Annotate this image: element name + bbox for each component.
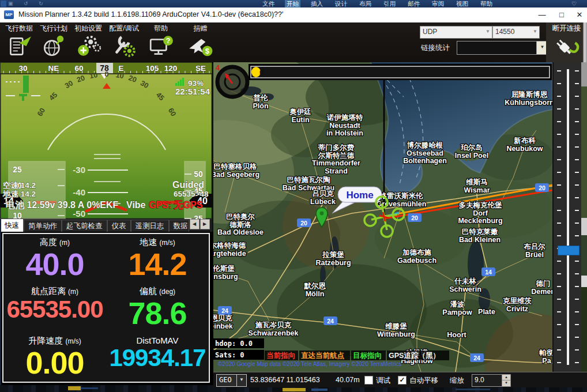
city-label: 帕彻 (539, 349, 553, 357)
city-label: 博尔滕哈根 (407, 141, 443, 149)
quick-value-groundspeed: 14.2 (106, 248, 209, 281)
connection-baud-select[interactable]: 14550 ▼ (492, 26, 540, 39)
tab-preflight[interactable]: 起飞前检查 (62, 220, 107, 232)
menu-config-tuning[interactable]: 配置/调试 (107, 24, 141, 61)
disconnect-label: 断开连接 (546, 24, 587, 33)
debug-label[interactable]: 调试 (376, 376, 390, 386)
menu-flight-plan-label: 飞行计划 (37, 24, 70, 33)
slider-track[interactable] (567, 69, 569, 365)
city-label: 默尔恩 (303, 282, 326, 290)
ribbon-tab-file[interactable]: 文件 (261, 0, 276, 7)
gps-status: GPS: 无GPS (149, 200, 203, 210)
tab-quick[interactable]: 快速 (0, 218, 24, 232)
ribbon-tab-review[interactable]: 审阅 (430, 0, 446, 7)
city-label: Neubukow (506, 145, 543, 153)
sats-value: Sats: 0 (215, 351, 244, 359)
tab-scroll-right-icon[interactable]: ▶ (200, 219, 210, 229)
ribbon-tab-view[interactable]: 视图 (454, 0, 470, 7)
city-label: 尔格特海德 (213, 242, 246, 250)
city-label: 伦斯堡 (213, 265, 235, 273)
trim-marker (19, 94, 27, 96)
link-stats-select[interactable] (457, 41, 537, 55)
city-label: 加德布施 (402, 248, 432, 257)
tab-dataflash[interactable]: 数据 (169, 220, 189, 232)
legend-item: GPS追踪（黑） (389, 351, 440, 360)
city-label: Timmendorfer (312, 159, 360, 167)
menu-flight-plan[interactable]: 飞行计划 (37, 24, 70, 61)
tracker-bar[interactable]: 0 (250, 65, 551, 79)
ribbon-tab-insert[interactable]: 插入 (309, 0, 325, 7)
roll-label: 10 (89, 71, 98, 80)
quick-cell-altitude[interactable]: 高度 (m) 40.0 (3, 234, 106, 283)
city-label: Brüel (525, 251, 544, 259)
coord-format-dropdown-icon[interactable]: ▼ (236, 374, 247, 387)
city-label: Plate (478, 308, 495, 316)
city-label: Ratzeburg (315, 259, 351, 267)
city-label: 维斯马 (465, 178, 488, 186)
pitch-label: -40 (73, 187, 85, 197)
altitude-mark: 50 (194, 169, 203, 179)
city-label: Hoort (447, 331, 466, 339)
road-badge-label: 14 (485, 269, 492, 276)
quick-cell-groundspeed[interactable]: 地速 (m/s) 14.2 (106, 234, 209, 283)
city-label: 巴特塞格贝格 (214, 163, 258, 171)
ribbon-tab-layout[interactable]: 布局 (358, 0, 373, 7)
quick-cell-yaw[interactable]: 偏航 (deg) 78.6 (106, 283, 209, 332)
ribbon-tab-references[interactable]: 引用 (382, 0, 397, 7)
tab-actions[interactable]: 简单动作 (24, 220, 62, 232)
autopan-label[interactable]: 自动平移 (409, 376, 438, 386)
tab-telemetry-logs[interactable]: 遥测日志 (131, 220, 169, 232)
city-label: Schwarzenbek (249, 329, 299, 337)
city-label: Boltenhagen (403, 157, 447, 165)
link-stats-label: 链接统计 (421, 43, 450, 53)
tab-gauges[interactable]: 仪表 (107, 220, 131, 232)
zoom-spin-down-icon[interactable]: ▼ (502, 380, 511, 387)
autopan-checkbox[interactable]: ✓ (398, 376, 407, 385)
minimize-button[interactable]: — (533, 7, 551, 22)
city-label: Pa (542, 357, 551, 365)
mission-planner-icon: MP (4, 10, 14, 19)
maximize-button[interactable]: □ (552, 7, 571, 22)
ribbon-tab-design[interactable]: 设计 (333, 0, 349, 7)
city-label: Mölln (306, 290, 325, 298)
quick-cell-wp-distance[interactable]: 航点距离 (m) 65535.00 (3, 283, 106, 332)
city-label: 屈隆斯博恩 (511, 91, 548, 99)
ribbon-tab-home[interactable]: 开始 (285, 0, 300, 7)
quick-value-altitude: 40.0 (3, 248, 106, 281)
menu-initial-setup[interactable]: 初始设置 (72, 24, 105, 61)
vibe-label[interactable]: Vibe (126, 200, 146, 210)
city-label: Wismar (464, 186, 490, 194)
ribbon-tab-mailings[interactable]: 邮件 (406, 0, 422, 7)
share-icon: ♡ (571, 0, 577, 7)
city-label: Eutin (291, 116, 309, 124)
map-zoom-slider[interactable] (552, 62, 582, 372)
compass-label: 60 (74, 64, 83, 73)
connection-protocol-select[interactable]: UDP ▼ (420, 26, 492, 39)
city-label: 德斯洛 (229, 221, 251, 229)
map-panel[interactable]: 普伦Plön奥伊廷Eutin诺伊施塔特Neustadtin HolsteinDa… (213, 62, 552, 372)
debug-checkbox[interactable] (364, 376, 373, 385)
close-button[interactable]: ✕ (572, 7, 587, 22)
hud-panel[interactable]: 30NE60E105120SE 78 604530201001020304560… (0, 62, 212, 219)
battery-text: 电池 12.59v 39.8 A 0%EKF (6, 200, 119, 210)
city-label: in Holstein (326, 129, 363, 137)
disconnect-button[interactable]: 断开连接 (546, 22, 587, 62)
menu-help[interactable]: 帮助 ? (144, 24, 178, 61)
city-label: Demen (531, 288, 552, 296)
slider-handle[interactable] (558, 246, 580, 255)
quick-cell-vspeed[interactable]: 升降速度 (m/s) 0.00 (3, 333, 106, 382)
quick-cell-disttomav[interactable]: DistToMAV 19934.17 (106, 333, 209, 382)
flight-data-icon (6, 34, 32, 58)
compass-label: SE (195, 64, 206, 73)
ribbon-tab-help[interactable]: 帮助 (479, 0, 494, 7)
menu-donate[interactable]: 捐赠 $ (183, 24, 217, 61)
menu-flight-data[interactable]: 飞行数据 (2, 24, 36, 61)
map-bottom-bar: GEO ▼ 53.836647 11.015463 40.07m 调试 ✓ 自动… (213, 372, 587, 388)
zoom-input[interactable]: 9.0 (472, 374, 504, 387)
menu-flight-data-label: 飞行数据 (2, 24, 36, 33)
city-label: Bad Kleinen (459, 236, 501, 244)
waypoint-text: 65535>48 (174, 190, 209, 198)
flightdata-tabs: 快速 简单动作 起飞前检查 仪表 遥测日志 数据 ◀ ▶ (0, 219, 212, 232)
map-canvas[interactable]: 普伦Plön奥伊廷Eutin诺伊施塔特Neustadtin HolsteinDa… (213, 62, 552, 372)
tab-scroll-left-icon[interactable]: ◀ (190, 219, 200, 229)
